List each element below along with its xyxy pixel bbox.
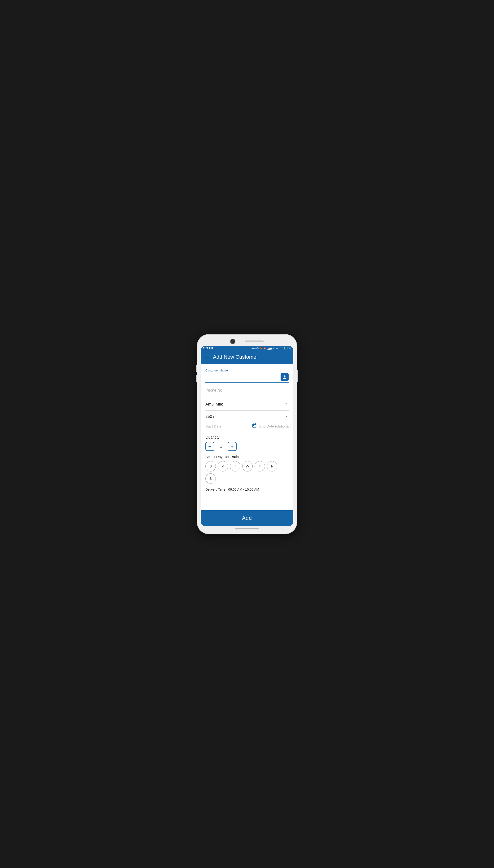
date-row	[205, 423, 289, 431]
start-date-wrap	[205, 423, 257, 431]
plus-icon: +	[231, 444, 234, 449]
quantity-label: Quantity	[205, 435, 289, 439]
day-tue-label: T	[234, 464, 236, 468]
day-mon[interactable]: M	[218, 461, 228, 471]
quantity-value: 1	[218, 444, 223, 449]
product-chevron-icon	[284, 402, 289, 407]
contact-icon[interactable]	[281, 373, 289, 381]
signal-bars: ▂▄▆	[267, 347, 271, 350]
form-body: Customer Name Amul Milk	[201, 364, 293, 510]
day-mon-label: M	[222, 464, 225, 468]
minus-icon: −	[208, 444, 212, 449]
phone-bottom	[201, 528, 293, 529]
power-button[interactable]	[297, 370, 298, 382]
day-sat[interactable]: S	[205, 473, 216, 484]
camera	[230, 339, 235, 344]
volume-down-button[interactable]	[196, 375, 197, 382]
mute-icon: 🔕	[260, 347, 262, 350]
day-wed[interactable]: W	[242, 461, 253, 471]
size-dropdown[interactable]: 250 ml	[205, 411, 289, 423]
spacer	[205, 496, 289, 510]
size-dropdown-value: 250 ml	[205, 414, 217, 419]
day-fri[interactable]: F	[267, 461, 277, 471]
start-date-input[interactable]	[205, 424, 250, 428]
volume-up-button[interactable]	[196, 365, 197, 372]
add-button[interactable]: Add	[201, 510, 293, 526]
customer-name-input[interactable]	[205, 375, 281, 380]
product-dropdown[interactable]: Amul Milk	[205, 398, 289, 411]
end-date-input[interactable]	[259, 424, 293, 428]
days-row: S M T W T F S	[205, 461, 289, 484]
size-chevron-icon	[284, 414, 289, 419]
day-thu[interactable]: T	[254, 461, 265, 471]
speaker	[245, 340, 264, 342]
alarm-icon: ⏰	[263, 347, 266, 350]
start-date-calendar-icon[interactable]	[252, 423, 257, 429]
battery-percent: 86%	[287, 347, 291, 350]
day-wed-label: W	[246, 464, 249, 468]
network-speed: 0.00K/s	[251, 347, 259, 350]
day-tue[interactable]: T	[230, 461, 240, 471]
quantity-section: Quantity − 1 +	[205, 435, 289, 451]
signal-label: 4G VoLTE	[272, 347, 282, 350]
customer-name-row	[205, 373, 289, 382]
day-sun[interactable]: S	[205, 461, 216, 471]
day-sat-label: S	[209, 476, 212, 480]
day-fri-label: F	[271, 464, 273, 468]
days-label: Select Days for Ratib	[205, 455, 289, 459]
quantity-decrement-button[interactable]: −	[205, 442, 214, 451]
delivery-time: Delivery Time : 06:00 AM - 10:00 AM	[205, 488, 289, 491]
quantity-controls: − 1 +	[205, 442, 289, 451]
quantity-increment-button[interactable]: +	[228, 442, 236, 451]
end-date-wrap	[259, 423, 293, 431]
top-bar: ← Add New Customer	[201, 351, 293, 364]
home-indicator[interactable]	[235, 528, 259, 529]
status-time: 7:29 PM	[203, 347, 213, 350]
day-thu-label: T	[259, 464, 261, 468]
customer-name-label: Customer Name	[205, 369, 289, 372]
phone-screen: 7:29 PM 0.00K/s 🔕 ⏰ ▂▄▆ 4G VoLTE 🔋 86% ←…	[201, 346, 293, 526]
phone-input[interactable]	[205, 387, 289, 394]
status-bar: 7:29 PM 0.00K/s 🔕 ⏰ ▂▄▆ 4G VoLTE 🔋 86%	[201, 346, 293, 351]
day-sun-label: S	[209, 464, 212, 468]
battery-icon: 🔋	[283, 347, 286, 350]
back-button[interactable]: ←	[205, 354, 210, 360]
page-title: Add New Customer	[213, 354, 258, 360]
status-right: 0.00K/s 🔕 ⏰ ▂▄▆ 4G VoLTE 🔋 86%	[251, 347, 291, 350]
customer-name-group: Customer Name	[205, 369, 289, 382]
phone-group	[205, 387, 289, 394]
product-dropdown-value: Amul Milk	[205, 402, 223, 407]
